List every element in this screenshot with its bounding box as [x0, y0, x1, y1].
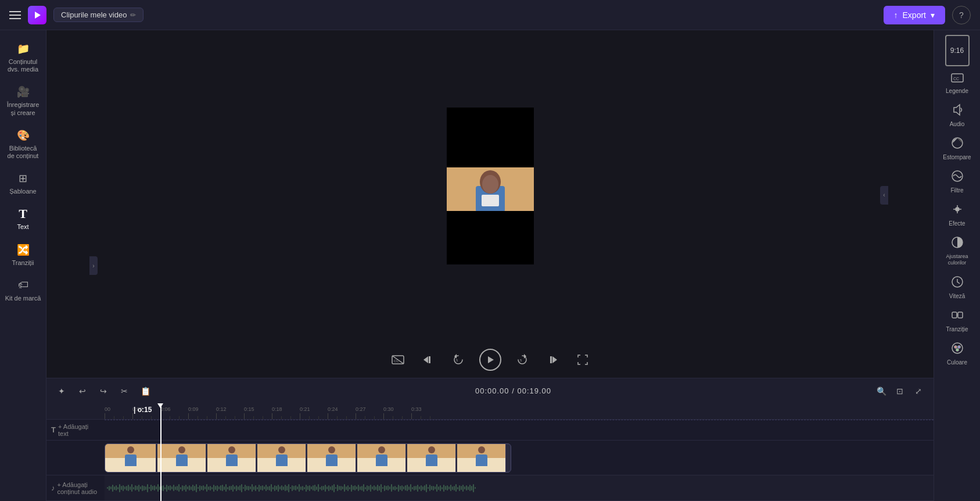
speed-icon [951, 275, 964, 291]
wave-bar [354, 485, 356, 491]
audio-track-label: ♪ + Adăugați conținut audio [46, 481, 105, 495]
svg-marker-19 [954, 105, 960, 115]
audio-icon: ♪ [51, 484, 55, 492]
wave-bar [293, 486, 295, 490]
wave-bar [424, 485, 425, 491]
wave-bar [126, 486, 127, 491]
wave-bar [309, 485, 310, 491]
magic-tool-button[interactable]: ✦ [53, 383, 70, 399]
ruler-tick: 0:24 [328, 403, 356, 419]
captions-toggle-button[interactable]: CC [389, 350, 407, 369]
zoom-out-button[interactable]: 🔍 [873, 383, 889, 399]
zoom-in-button[interactable]: ⤢ [910, 383, 927, 399]
color-label: Culoare [947, 359, 967, 366]
wave-bar [213, 485, 214, 492]
video-clip[interactable] [105, 443, 511, 473]
wave-bar [464, 486, 465, 489]
wave-bar [147, 484, 148, 492]
wave-bar [306, 485, 307, 492]
help-button[interactable]: ? [952, 6, 971, 24]
redo-button[interactable]: ↪ [95, 383, 112, 399]
wave-bar [286, 486, 288, 491]
wave-bar [342, 486, 343, 489]
wave-bar [326, 486, 328, 489]
audio-tool[interactable]: Audio [937, 99, 978, 131]
wave-bar [415, 486, 417, 490]
wave-bar [259, 485, 260, 492]
wave-bar [461, 486, 462, 490]
wave-bar [339, 486, 340, 490]
filters-tool[interactable]: Filtre [937, 166, 978, 198]
wave-bar [264, 486, 265, 489]
sidebar-item-media[interactable]: 📁 Conținutul dvs. media [3, 37, 44, 78]
sidebar-item-brandkit[interactable]: 🏷 Kit de marcă [3, 274, 44, 307]
wave-bar [142, 485, 143, 491]
video-preview [46, 30, 934, 342]
wave-bar [405, 485, 406, 491]
svg-marker-0 [35, 12, 41, 19]
wave-bar [278, 485, 279, 492]
wave-bar [206, 484, 207, 492]
color-adjust-tool[interactable]: Ajustarea culorilor [937, 232, 978, 270]
sidebar-item-library[interactable]: 🎨 Bibliotecă de conținut [3, 124, 44, 164]
wave-bar [325, 485, 326, 492]
video-canvas [447, 108, 534, 264]
paste-button[interactable]: 📋 [137, 383, 153, 399]
aspect-ratio-button[interactable]: 9:16 [945, 35, 970, 66]
wave-bar [239, 485, 240, 491]
wave-bar [145, 486, 146, 490]
wave-bar [150, 485, 152, 491]
timeline-toolbar: ✦ ↩ ↪ ✂ 📋 00:00.00 / 00:19.00 🔍 ⊡ ⤢ [46, 378, 934, 403]
ruler-tick: 0:18 [272, 403, 300, 419]
wave-bar [455, 484, 457, 492]
wave-bar [433, 486, 434, 491]
speed-tool[interactable]: Viteză [937, 271, 978, 303]
effects-tool[interactable]: Efecte [937, 199, 978, 231]
center-panel: › [46, 30, 934, 501]
fade-tool[interactable]: Estompare [937, 133, 978, 164]
wave-bar [177, 486, 178, 491]
collapse-right-button[interactable]: ‹ [880, 186, 888, 205]
zoom-fit-button[interactable]: ⊡ [892, 383, 908, 399]
color-tool[interactable]: Culoare [937, 338, 978, 370]
menu-icon[interactable] [9, 11, 21, 19]
wave-bar [447, 485, 448, 491]
rewind5-button[interactable]: 5 [449, 350, 468, 369]
color-adjust-icon [951, 236, 964, 252]
wave-bar [321, 486, 322, 491]
wave-bar [227, 487, 228, 489]
wave-bar [173, 485, 174, 491]
forward5-button[interactable]: 5 [513, 350, 532, 369]
wave-bar [441, 487, 443, 489]
transition-tool[interactable]: Tranziție [937, 305, 978, 337]
sidebar-item-templates[interactable]: ⊞ Șabloane [3, 167, 44, 200]
wave-bar [283, 486, 284, 490]
skip-forward-button[interactable] [543, 350, 562, 369]
wave-bar [311, 486, 312, 489]
collapse-left-button[interactable]: › [89, 256, 98, 275]
wave-bar [435, 486, 436, 489]
wave-bar [414, 486, 415, 491]
add-audio-button[interactable]: + Adăugați conținut audio [58, 481, 100, 495]
play-button[interactable] [479, 349, 501, 371]
export-button[interactable]: ↑ Export ▾ [884, 6, 945, 24]
cut-button[interactable]: ✂ [116, 383, 132, 399]
wave-bar [380, 484, 382, 492]
text-track-label: T + Adăugați text [46, 423, 105, 437]
fullscreen-button[interactable] [573, 350, 592, 369]
wave-bar [318, 484, 319, 492]
sidebar-item-text[interactable]: T Text [3, 202, 44, 235]
skip-back-button[interactable] [419, 350, 437, 369]
wave-bar [157, 484, 159, 492]
project-title[interactable]: Clipurile mele video ✏ [53, 8, 143, 22]
wave-bar [180, 487, 181, 489]
add-text-button[interactable]: + Adăugați text [58, 423, 100, 437]
undo-button[interactable]: ↩ [74, 383, 91, 399]
wave-bar [344, 484, 345, 492]
wave-bar [121, 486, 122, 490]
captions-tool[interactable]: CC Legende [937, 69, 978, 98]
ruler-ticks: 000:030:060:090:120:150:180:210:240:270:… [105, 403, 934, 419]
sidebar-item-record[interactable]: 🎥 Înregistrare și creare [3, 80, 44, 121]
sidebar-item-transitions[interactable]: 🔀 Tranziții [3, 238, 44, 271]
svg-point-32 [956, 349, 959, 351]
